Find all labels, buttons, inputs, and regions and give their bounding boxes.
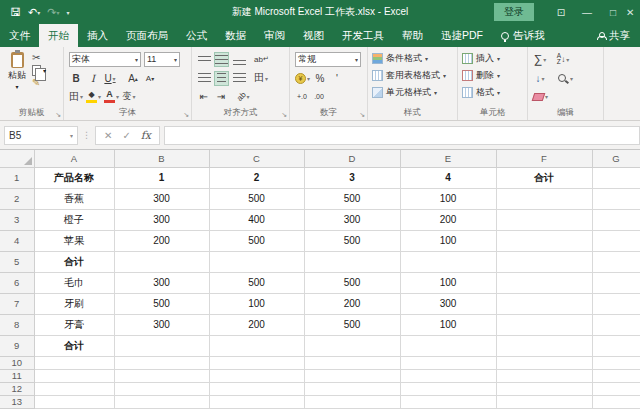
cell-D9[interactable] xyxy=(304,335,400,356)
cell-E3[interactable]: 200 xyxy=(400,209,496,230)
cell-A5[interactable]: 合计 xyxy=(34,251,114,272)
cell-F11[interactable] xyxy=(496,369,592,382)
cell-B7[interactable]: 500 xyxy=(114,293,209,314)
orientation-icon[interactable]: ab▾ xyxy=(236,89,250,104)
insert-function-icon[interactable]: fx xyxy=(141,129,151,142)
cell-E4[interactable]: 100 xyxy=(400,230,496,251)
tab-开始[interactable]: 开始 xyxy=(39,24,78,47)
tab-开发工具[interactable]: 开发工具 xyxy=(333,24,393,47)
clear-button[interactable]: ▾ xyxy=(533,89,548,104)
tab-tell-me[interactable]: 告诉我 xyxy=(492,24,554,47)
increase-indent-icon[interactable]: ⇥ xyxy=(214,89,228,104)
column-header-B[interactable]: B xyxy=(114,150,209,167)
align-left-icon[interactable] xyxy=(197,71,211,86)
cell-E11[interactable] xyxy=(400,369,496,382)
tab-插入[interactable]: 插入 xyxy=(78,24,117,47)
paste-button[interactable]: 粘贴 ▾ xyxy=(2,50,32,90)
accounting-format-icon[interactable]: ¥▾ xyxy=(295,71,310,86)
cell-F6[interactable] xyxy=(496,272,592,293)
dialog-launcher-icon[interactable]: ↘ xyxy=(183,111,189,119)
font-color-button[interactable]: A▾ xyxy=(104,89,119,104)
cell-F9[interactable] xyxy=(496,335,592,356)
decrease-decimal-icon[interactable]: .00 xyxy=(312,89,326,104)
row-header-2[interactable]: 2 xyxy=(0,188,34,209)
cell-B3[interactable]: 300 xyxy=(114,209,209,230)
cell-D7[interactable]: 200 xyxy=(304,293,400,314)
enter-icon[interactable]: ✓ xyxy=(122,130,130,141)
row-header-7[interactable]: 7 xyxy=(0,293,34,314)
cell-C12[interactable] xyxy=(209,382,304,395)
fill-color-button[interactable]: ◆▾ xyxy=(86,89,101,104)
cell-C4[interactable]: 500 xyxy=(209,230,304,251)
cell-F7[interactable] xyxy=(496,293,592,314)
increase-decimal-icon[interactable]: +.0 xyxy=(295,89,309,104)
cell-G3[interactable] xyxy=(592,209,640,230)
tab-审阅[interactable]: 审阅 xyxy=(255,24,294,47)
cell-A3[interactable]: 橙子 xyxy=(34,209,114,230)
dialog-launcher-icon[interactable]: ↘ xyxy=(359,111,365,119)
cell-A12[interactable] xyxy=(34,382,114,395)
row-header-5[interactable]: 5 xyxy=(0,251,34,272)
cell-C11[interactable] xyxy=(209,369,304,382)
cell-E9[interactable] xyxy=(400,335,496,356)
row-header-4[interactable]: 4 xyxy=(0,230,34,251)
cell-D2[interactable]: 500 xyxy=(304,188,400,209)
cell-F8[interactable] xyxy=(496,314,592,335)
cell-E5[interactable] xyxy=(400,251,496,272)
cell-C6[interactable]: 500 xyxy=(209,272,304,293)
tab-页面布局[interactable]: 页面布局 xyxy=(117,24,177,47)
wrap-text-icon[interactable]: ab↵ xyxy=(254,52,269,67)
cell-G2[interactable] xyxy=(592,188,640,209)
tab-文件[interactable]: 文件 xyxy=(0,24,39,47)
percent-style-icon[interactable]: % xyxy=(313,71,327,86)
find-select-button[interactable]: ▾ xyxy=(558,71,573,86)
column-header-E[interactable]: E xyxy=(400,150,496,167)
cut-icon[interactable]: ✂ xyxy=(32,53,46,63)
cell-A4[interactable]: 苹果 xyxy=(34,230,114,251)
align-center-icon[interactable] xyxy=(214,71,229,86)
cell-G12[interactable] xyxy=(592,382,640,395)
cell-C1[interactable]: 2 xyxy=(209,167,304,188)
font-size-combo[interactable]: 11▾ xyxy=(144,52,180,67)
cell-B13[interactable] xyxy=(114,395,209,408)
cell-F10[interactable] xyxy=(496,356,592,369)
cell-B5[interactable] xyxy=(114,251,209,272)
column-header-F[interactable]: F xyxy=(496,150,592,167)
column-header-D[interactable]: D xyxy=(304,150,400,167)
cell-E1[interactable]: 4 xyxy=(400,167,496,188)
cell-E12[interactable] xyxy=(400,382,496,395)
cell-B1[interactable]: 1 xyxy=(114,167,209,188)
phonetic-guide-button[interactable]: 变▾ xyxy=(122,89,136,104)
cell-G8[interactable] xyxy=(592,314,640,335)
cell-E6[interactable]: 100 xyxy=(400,272,496,293)
cell-G11[interactable] xyxy=(592,369,640,382)
tab-帮助[interactable]: 帮助 xyxy=(393,24,432,47)
cell-G1[interactable] xyxy=(592,167,640,188)
underline-button[interactable]: U▾ xyxy=(103,71,117,86)
cell-D8[interactable]: 500 xyxy=(304,314,400,335)
align-bottom-icon[interactable] xyxy=(232,52,246,67)
cell-D3[interactable]: 300 xyxy=(304,209,400,230)
cell-A1[interactable]: 产品名称 xyxy=(34,167,114,188)
row-header-9[interactable]: 9 xyxy=(0,335,34,356)
sign-in-button[interactable]: 登录 xyxy=(494,3,534,21)
save-icon[interactable]: 🖫 xyxy=(10,7,21,18)
merge-center-icon[interactable]: 田▾ xyxy=(254,71,268,86)
cell-B4[interactable]: 200 xyxy=(114,230,209,251)
cell-D12[interactable] xyxy=(304,382,400,395)
minimize-button[interactable]: — xyxy=(574,0,600,24)
format-as-table-button[interactable]: 套用表格格式▾ xyxy=(370,67,455,84)
align-top-icon[interactable] xyxy=(197,52,211,67)
dialog-launcher-icon[interactable]: ↘ xyxy=(55,111,61,119)
grow-font-button[interactable]: A▴ xyxy=(126,71,140,86)
conditional-formatting-button[interactable]: 条件格式▾ xyxy=(370,50,455,67)
cell-F5[interactable] xyxy=(496,251,592,272)
column-header-C[interactable]: C xyxy=(209,150,304,167)
cell-C7[interactable]: 100 xyxy=(209,293,304,314)
cell-D4[interactable]: 500 xyxy=(304,230,400,251)
column-header-A[interactable]: A xyxy=(34,150,114,167)
cell-E8[interactable]: 100 xyxy=(400,314,496,335)
cell-C10[interactable] xyxy=(209,356,304,369)
font-name-combo[interactable]: 宋体▾ xyxy=(69,52,141,67)
tab-数据[interactable]: 数据 xyxy=(216,24,255,47)
